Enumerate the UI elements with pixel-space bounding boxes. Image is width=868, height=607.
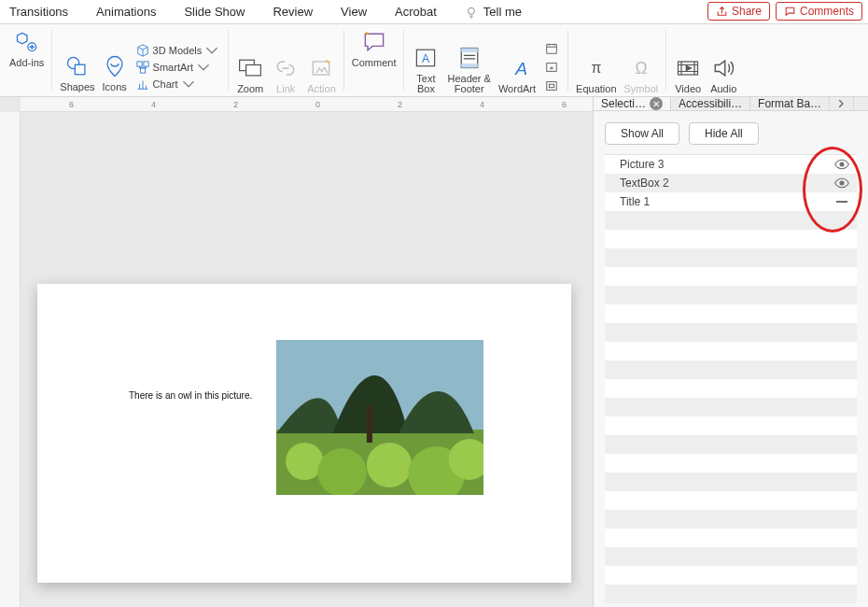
headerfooter-button[interactable]: Header & Footer: [447, 44, 490, 94]
slide-textbox[interactable]: There is an owl in this picture.: [129, 390, 252, 401]
3d-models-button[interactable]: 3D Models: [136, 44, 219, 57]
selection-list-row[interactable]: [605, 342, 857, 360]
hide-all-button[interactable]: Hide All: [689, 122, 759, 145]
lightbulb-icon: [465, 6, 478, 19]
selection-object-list: Picture 3TextBox 2Title 1: [605, 154, 857, 603]
selection-list-row[interactable]: [605, 379, 857, 398]
slide[interactable]: There is an owl in this picture.: [37, 284, 571, 583]
svg-point-33: [840, 181, 844, 185]
addins-label: Add-ins: [9, 58, 44, 68]
tab-selection-label: Selecti…: [601, 97, 646, 110]
action-icon: [308, 55, 334, 81]
smartart-button[interactable]: SmartArt: [136, 61, 219, 74]
selection-list-row[interactable]: [605, 547, 857, 566]
selection-list-row[interactable]: [605, 267, 857, 286]
selection-list-row[interactable]: [605, 491, 857, 510]
selection-list-row[interactable]: [605, 585, 857, 603]
audio-icon: [710, 55, 736, 81]
selection-list-row[interactable]: [605, 566, 857, 585]
selection-list-row[interactable]: [605, 398, 857, 416]
tab-animations[interactable]: Animations: [92, 5, 160, 19]
equation-button[interactable]: π Equation: [576, 54, 616, 94]
side-panel: Selecti… ✕ Accessibili… Format Ba… Show …: [594, 97, 868, 607]
selection-list-row[interactable]: [605, 510, 857, 529]
selection-pane: Show All Hide All Picture 3TextBox 2Titl…: [594, 111, 868, 607]
symbol-button: Ω Symbol: [624, 54, 659, 94]
tell-me-search[interactable]: Tell me: [461, 5, 525, 19]
share-label: Share: [732, 5, 762, 18]
slide-canvas-area[interactable]: 6 4 2 0 2 4 6 There is an owl in this pi…: [0, 97, 594, 607]
datetime-button[interactable]: [545, 42, 558, 55]
chevron-right-icon: [837, 98, 846, 109]
selection-list-row[interactable]: [605, 211, 857, 230]
selection-list-row[interactable]: TextBox 2: [605, 174, 857, 192]
comment-button[interactable]: Comment: [352, 28, 397, 68]
video-button[interactable]: Video: [674, 54, 702, 94]
selection-list-row[interactable]: [605, 360, 857, 379]
textbox-button[interactable]: A Text Box: [412, 44, 440, 94]
selection-list-row[interactable]: [605, 473, 857, 491]
share-button[interactable]: Share: [707, 2, 770, 21]
object-button[interactable]: [545, 79, 558, 92]
ruler-mark: 0: [315, 100, 320, 109]
tab-review[interactable]: Review: [269, 5, 316, 19]
visibility-hidden-icon[interactable]: [833, 201, 851, 203]
selection-list-row[interactable]: [605, 529, 857, 547]
svg-text:#: #: [550, 64, 553, 71]
tab-acrobat[interactable]: Acrobat: [391, 5, 441, 19]
icons-button[interactable]: Icons: [101, 52, 129, 92]
selection-list-row[interactable]: [605, 248, 857, 267]
audio-button[interactable]: Audio: [709, 54, 737, 94]
addins-button[interactable]: Add-ins: [9, 28, 44, 68]
smartart-icon: [136, 61, 149, 74]
tab-transitions[interactable]: Transitions: [6, 5, 72, 19]
selection-list-row[interactable]: Picture 3: [605, 155, 857, 174]
link-icon: [273, 55, 299, 81]
tab-overflow-button[interactable]: [830, 97, 854, 110]
selection-list-row[interactable]: [605, 454, 857, 473]
comments-button[interactable]: Comments: [776, 2, 862, 21]
shapes-label: Shapes: [60, 82, 94, 92]
ruler-mark: 4: [151, 100, 156, 109]
zoom-icon: [237, 55, 263, 81]
textbox-icon: A: [413, 45, 439, 71]
svg-rect-19: [547, 82, 557, 91]
selection-list-row[interactable]: [605, 304, 857, 323]
tab-format-background-pane[interactable]: Format Ba…: [750, 97, 830, 110]
tab-view[interactable]: View: [337, 5, 371, 19]
selection-list-row[interactable]: [605, 435, 857, 454]
symbol-label: Symbol: [624, 84, 659, 94]
chart-button[interactable]: Chart: [136, 78, 219, 91]
side-tab-bar: Selecti… ✕ Accessibili… Format Ba…: [594, 97, 868, 111]
svg-rect-8: [246, 65, 261, 76]
comments-label: Comments: [800, 5, 854, 18]
selection-list-row[interactable]: Title 1: [605, 192, 857, 211]
selection-item-name: Picture 3: [620, 158, 664, 171]
selection-list-row[interactable]: [605, 230, 857, 248]
svg-point-28: [317, 448, 366, 495]
svg-text:π: π: [591, 60, 601, 76]
visibility-eye-icon[interactable]: [833, 159, 851, 170]
selection-list-row[interactable]: [605, 323, 857, 342]
selection-list-row[interactable]: [605, 286, 857, 304]
tab-selection-pane[interactable]: Selecti… ✕: [594, 97, 671, 110]
slidenumber-button[interactable]: #: [545, 61, 558, 74]
chevron-down-icon: [182, 78, 195, 91]
share-icon: [716, 6, 728, 18]
tab-slideshow[interactable]: Slide Show: [180, 5, 248, 19]
video-label: Video: [675, 84, 701, 94]
show-all-button[interactable]: Show All: [605, 122, 679, 145]
zoom-button[interactable]: Zoom: [236, 54, 264, 94]
tab-format-bg-label: Format Ba…: [758, 97, 821, 110]
slide-picture[interactable]: [276, 340, 483, 495]
smartart-label: SmartArt: [153, 62, 193, 73]
tab-accessibility-pane[interactable]: Accessibili…: [671, 97, 750, 110]
wordart-button[interactable]: A WordArt: [498, 54, 536, 94]
chevron-down-icon: [197, 61, 210, 74]
visibility-eye-icon[interactable]: [833, 177, 851, 189]
close-icon[interactable]: ✕: [650, 97, 663, 110]
svg-rect-14: [461, 64, 478, 67]
selection-list-row[interactable]: [605, 416, 857, 435]
svg-rect-26: [367, 405, 372, 443]
shapes-button[interactable]: Shapes: [60, 52, 94, 92]
